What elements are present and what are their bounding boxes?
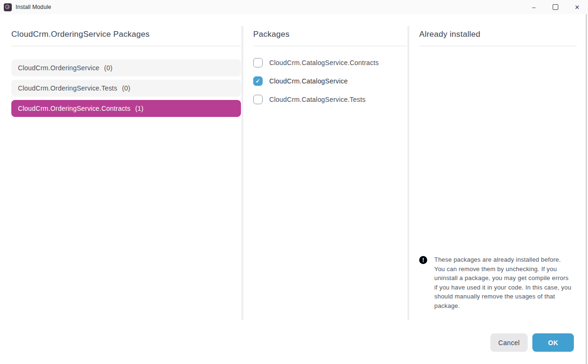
projects-column: CloudCrm.OrderingService Packages CloudC… — [11, 26, 241, 120]
project-item-count: (1) — [135, 105, 144, 112]
exclamation-icon: ! — [419, 256, 427, 264]
packages-list: ✓ CloudCrm.CatalogService.Contracts ✓ Cl… — [253, 58, 407, 104]
ok-button[interactable]: OK — [532, 333, 574, 352]
checkbox[interactable]: ✓ — [253, 76, 263, 86]
project-item-count: (0) — [104, 64, 113, 72]
packages-column-header: Packages — [253, 26, 407, 46]
app-logo-icon — [4, 3, 12, 11]
project-item-label: CloudCrm.OrderingService — [18, 64, 99, 72]
maximize-button[interactable] — [545, 0, 566, 14]
minimize-button[interactable]: – — [523, 0, 545, 14]
column-divider — [241, 26, 243, 320]
package-label: CloudCrm.CatalogService — [269, 77, 348, 85]
minimize-icon: – — [532, 4, 535, 11]
installed-column: Already installed ! These packages are a… — [419, 26, 577, 46]
close-icon: ✕ — [575, 4, 580, 11]
checkbox[interactable]: ✓ — [253, 58, 263, 67]
project-item[interactable]: CloudCrm.OrderingService (0) — [11, 59, 241, 76]
project-item-label: CloudCrm.OrderingService.Tests — [18, 84, 117, 92]
package-row[interactable]: ✓ CloudCrm.CatalogService — [253, 76, 407, 86]
installed-column-header: Already installed — [419, 26, 577, 46]
close-button[interactable]: ✕ — [566, 0, 588, 14]
project-item-count: (0) — [122, 84, 131, 92]
titlebar: Install Module – ✕ — [0, 0, 588, 14]
packages-column: Packages ✓ CloudCrm.CatalogService.Contr… — [253, 26, 407, 113]
project-item-label: CloudCrm.OrderingService.Contracts — [18, 105, 131, 112]
scrollbar-track[interactable] — [586, 14, 587, 364]
window-title: Install Module — [16, 4, 51, 10]
package-label: CloudCrm.CatalogService.Tests — [269, 96, 365, 103]
maximize-icon — [553, 4, 558, 10]
column-divider — [407, 26, 409, 320]
project-item[interactable]: CloudCrm.OrderingService.Contracts (1) — [11, 100, 241, 117]
checkbox[interactable]: ✓ — [253, 95, 263, 104]
window-controls: – ✕ — [523, 0, 588, 14]
installed-note-text: These packages are already installed bef… — [434, 255, 572, 310]
installed-info-note: ! These packages are already installed b… — [419, 255, 577, 310]
checkmark-icon: ✓ — [256, 78, 260, 84]
projects-list: CloudCrm.OrderingService (0) CloudCrm.Or… — [11, 59, 241, 117]
install-module-dialog: Install Module – ✕ CloudCrm.OrderingServ… — [0, 0, 588, 364]
project-item[interactable]: CloudCrm.OrderingService.Tests (0) — [11, 80, 241, 97]
package-row[interactable]: ✓ CloudCrm.CatalogService.Contracts — [253, 58, 407, 67]
logo-dot — [7, 6, 9, 8]
package-label: CloudCrm.CatalogService.Contracts — [269, 59, 379, 66]
package-row[interactable]: ✓ CloudCrm.CatalogService.Tests — [253, 95, 407, 104]
cancel-button[interactable]: Cancel — [490, 333, 528, 352]
projects-column-header: CloudCrm.OrderingService Packages — [11, 26, 241, 46]
